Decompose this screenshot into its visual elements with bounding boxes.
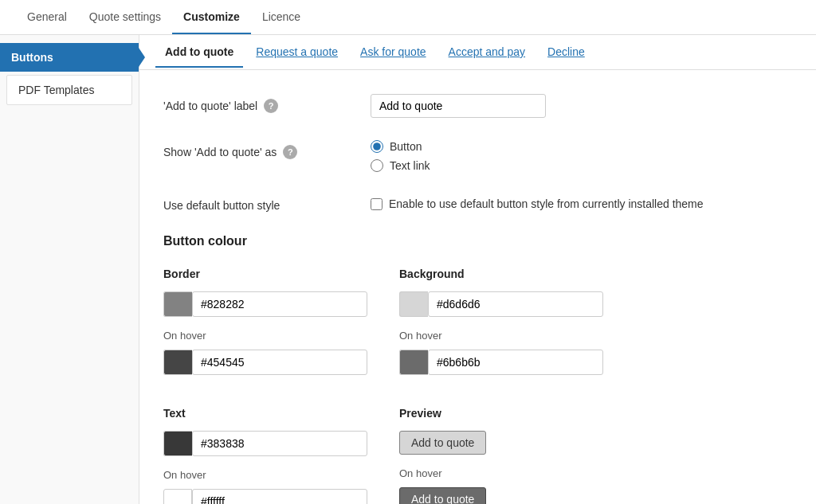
form-area: 'Add to quote' label ? Show 'Add to quot… (139, 70, 816, 504)
color-col-border: Border On hover (163, 268, 367, 375)
nav-item-licence[interactable]: Licence (251, 1, 312, 34)
sub-tab-request-a-quote[interactable]: Request a quote (246, 37, 347, 68)
default-button-style-label: Use default button style (163, 194, 371, 212)
sidebar-item-buttons[interactable]: Buttons (0, 43, 139, 72)
color-col-background-title: Background (399, 268, 603, 280)
text-on-hover-label: On hover (163, 469, 367, 481)
radio-text-link-option[interactable]: Text link (371, 159, 792, 172)
border-hover-color-input-row (163, 350, 367, 375)
text-hover-color-input-row (163, 489, 367, 504)
sub-tabs: Add to quote Request a quote Ask for quo… (139, 35, 816, 70)
nav-item-general[interactable]: General (16, 1, 78, 34)
nav-item-quote-settings[interactable]: Quote settings (78, 1, 172, 34)
preview-col-title: Preview (399, 407, 486, 420)
color-col-background: Background On hover (399, 268, 603, 375)
border-color-input-row (163, 291, 367, 317)
main-layout: Buttons PDF Templates Add to quote Reque… (0, 35, 816, 504)
help-icon-label[interactable]: ? (264, 99, 278, 113)
nav-item-customize[interactable]: Customize (172, 1, 251, 34)
sidebar-item-pdf-templates[interactable]: PDF Templates (6, 75, 132, 105)
border-color-value[interactable] (192, 291, 367, 317)
show-as-row: Show 'Add to quote' as ? Button Text lin… (163, 140, 792, 172)
preview-btn-hover[interactable]: Add to quote (399, 487, 486, 504)
radio-button-option[interactable]: Button (371, 140, 792, 153)
default-button-style-control: Enable to use default button style from … (371, 194, 792, 210)
background-hover-value[interactable] (428, 350, 603, 375)
color-col-text-title: Text (163, 407, 367, 420)
text-hover-swatch[interactable] (163, 489, 192, 504)
add-to-quote-input[interactable] (371, 94, 546, 118)
add-to-quote-input-area (371, 94, 792, 118)
default-button-checkbox[interactable] (371, 198, 382, 210)
sub-tab-ask-for-quote[interactable]: Ask for quote (351, 37, 436, 68)
preview-btn-normal[interactable]: Add to quote (399, 431, 486, 455)
text-color-value[interactable] (192, 431, 367, 456)
background-on-hover-label: On hover (399, 330, 603, 342)
text-hover-value[interactable] (192, 489, 367, 504)
border-hover-value[interactable] (192, 350, 367, 375)
radio-button-input[interactable] (371, 140, 383, 153)
background-color-input-row (399, 291, 603, 317)
show-as-label-text: Show 'Add to quote' as ? (163, 140, 371, 159)
border-color-swatch[interactable] (163, 291, 192, 317)
button-colour-section: Button colour Border On hover (163, 234, 792, 504)
button-colour-title: Button colour (163, 234, 792, 248)
content-area: Add to quote Request a quote Ask for quo… (139, 35, 816, 504)
default-button-checkbox-row: Enable to use default button style from … (371, 197, 792, 210)
add-to-quote-label-text: 'Add to quote' label ? (163, 94, 371, 113)
radio-text-link-input[interactable] (371, 159, 383, 172)
background-color-swatch[interactable] (399, 291, 428, 317)
top-nav: General Quote settings Customize Licence (0, 0, 816, 35)
preview-on-hover-label: On hover (399, 467, 486, 479)
text-color-swatch[interactable] (163, 431, 192, 456)
color-grid: Border On hover Background (163, 268, 792, 504)
add-to-quote-label-row: 'Add to quote' label ? (163, 94, 792, 118)
background-color-value[interactable] (428, 291, 603, 317)
default-button-style-row: Use default button style Enable to use d… (163, 194, 792, 212)
border-hover-swatch[interactable] (163, 350, 192, 375)
color-col-border-title: Border (163, 268, 367, 280)
background-hover-swatch[interactable] (399, 350, 428, 375)
sub-tab-decline[interactable]: Decline (538, 37, 594, 68)
text-color-input-row (163, 431, 367, 456)
background-hover-color-input-row (399, 350, 603, 375)
sub-tab-add-to-quote[interactable]: Add to quote (155, 37, 243, 68)
border-on-hover-label: On hover (163, 330, 367, 342)
help-icon-show-as[interactable]: ? (283, 145, 297, 159)
sidebar: Buttons PDF Templates (0, 35, 139, 504)
radio-group: Button Text link (371, 140, 792, 172)
preview-col: Preview Add to quote On hover Add to quo… (399, 407, 486, 504)
sub-tab-accept-and-pay[interactable]: Accept and pay (439, 37, 536, 68)
show-as-controls: Button Text link (371, 140, 792, 172)
color-col-text: Text On hover (163, 407, 367, 504)
default-button-checkbox-label[interactable]: Enable to use default button style from … (389, 197, 704, 210)
